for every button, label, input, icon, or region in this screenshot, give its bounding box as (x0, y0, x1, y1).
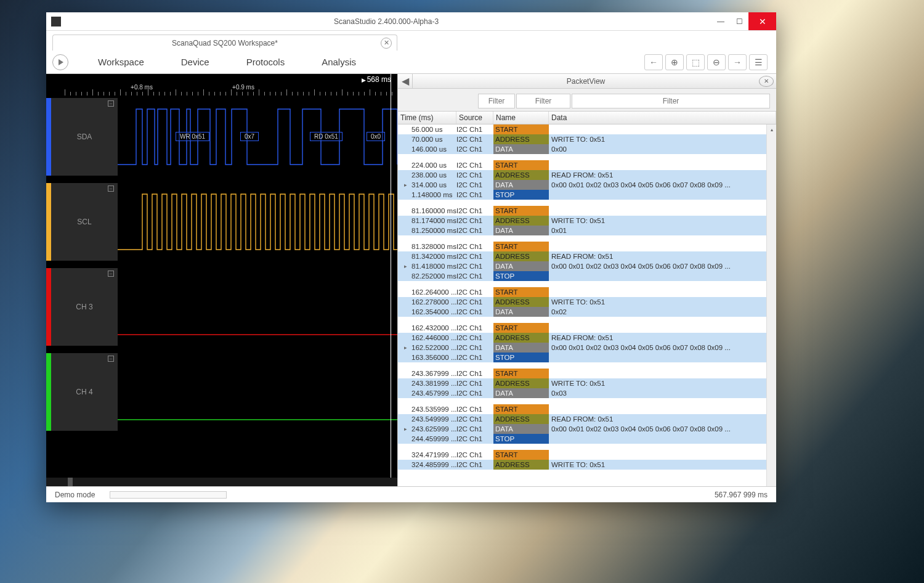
settings-button[interactable]: ☰ (749, 54, 768, 70)
col-source[interactable]: Source (456, 112, 493, 124)
channel-scl[interactable]: SCL– (46, 183, 397, 261)
packet-row[interactable]: 82.252000 msI2C Ch1STOP (398, 271, 776, 281)
cell-source: I2C Ch1 (456, 271, 493, 281)
cell-name: STOP (493, 434, 549, 444)
packet-row[interactable]: 243.381999 ...I2C Ch1ADDRESSWRITE TO: 0x… (398, 378, 776, 388)
packet-row[interactable]: 162.264000 ...I2C Ch1START (398, 287, 776, 297)
decode-annotation[interactable]: 0x7 (240, 132, 259, 141)
cell-source: I2C Ch1 (456, 160, 493, 170)
channel-ch3[interactable]: CH 3– (46, 268, 397, 346)
packet-row[interactable]: 243.457999 ...I2C Ch1DATA0x03 (398, 388, 776, 398)
channel-collapse-icon[interactable]: – (108, 100, 114, 107)
packetview-close-button[interactable]: ✕ (759, 76, 774, 87)
packet-row[interactable]: 81.328000 msI2C Ch1START (398, 242, 776, 251)
channel-label[interactable]: SCL– (51, 183, 118, 261)
run-capture-button[interactable] (52, 54, 68, 70)
time-cursor[interactable] (391, 74, 391, 478)
packet-row[interactable]: 70.000 usI2C Ch1ADDRESSWRITE TO: 0x51 (398, 134, 776, 144)
nav-back-button[interactable]: ← (644, 54, 663, 70)
packet-row[interactable]: 243.549999 ...I2C Ch1ADDRESSREAD FROM: 0… (398, 414, 776, 424)
channel-collapse-icon[interactable]: – (108, 271, 114, 277)
titlebar[interactable]: ScanaStudio 2.400.000-Alpha-3 — ☐ ✕ (46, 12, 776, 31)
cell-data (549, 190, 776, 200)
packet-row[interactable]: 324.471999 ...I2C Ch1START (398, 450, 776, 460)
cell-name: ADDRESS (493, 378, 549, 388)
packet-scrollbar[interactable]: ▴ (766, 124, 776, 486)
filter-source-input[interactable] (478, 94, 515, 108)
packet-row[interactable]: 162.522000 ...I2C Ch1DATA0x00 0x01 0x02 … (398, 343, 776, 353)
cell-data (549, 450, 776, 460)
time-ruler[interactable]: 568 ms +0.8 ms+0.9 ms (46, 74, 397, 96)
cell-name: DATA (493, 226, 549, 235)
waveform-panel[interactable]: 568 ms +0.8 ms+0.9 ms SDA–WR 0x510x7RD 0… (46, 74, 397, 486)
maximize-button[interactable]: ☐ (730, 12, 748, 30)
packet-row[interactable]: 243.625999 ...I2C Ch1DATA0x00 0x01 0x02 … (398, 424, 776, 434)
packet-row[interactable]: 81.174000 msI2C Ch1ADDRESSWRITE TO: 0x51 (398, 216, 776, 226)
packet-row[interactable]: 1.148000 msI2C Ch1STOP (398, 190, 776, 200)
packet-grid-body[interactable]: ▴ 56.000 usI2C Ch1START70.000 usI2C Ch1A… (398, 124, 776, 486)
channel-waveform[interactable] (118, 353, 397, 431)
col-time[interactable]: Time (ms) (398, 112, 456, 124)
packet-row[interactable]: 81.418000 msI2C Ch1DATA0x00 0x01 0x02 0x… (398, 261, 776, 271)
nav-forward-button[interactable]: → (728, 54, 747, 70)
packet-row[interactable]: 238.000 usI2C Ch1ADDRESSREAD FROM: 0x51 (398, 170, 776, 180)
decode-annotation[interactable]: RD 0x51 (310, 132, 342, 141)
decode-annotation[interactable]: 0x0 (367, 132, 385, 141)
cell-time: 81.418000 ms (398, 261, 456, 271)
menu-analysis[interactable]: Analysis (303, 57, 375, 67)
cell-name: START (493, 160, 549, 170)
cell-data: 0x00 0x01 0x02 0x03 0x04 0x05 0x06 0x07 … (549, 180, 776, 190)
channel-label[interactable]: CH 3– (51, 268, 118, 346)
packet-row[interactable]: 224.000 usI2C Ch1START (398, 160, 776, 170)
filter-name-input[interactable] (516, 94, 570, 108)
filter-data-input[interactable] (572, 94, 770, 108)
channel-waveform[interactable] (118, 183, 397, 261)
channel-sda[interactable]: SDA–WR 0x510x7RD 0x510x0 (46, 98, 397, 176)
cell-source: I2C Ch1 (456, 307, 493, 317)
packet-row[interactable]: 162.432000 ...I2C Ch1START (398, 323, 776, 333)
cell-time: 243.367999 ... (398, 369, 456, 378)
packet-row[interactable]: 324.485999 ...I2C Ch1ADDRESSWRITE TO: 0x… (398, 460, 776, 470)
channel-label[interactable]: SDA– (51, 98, 118, 176)
channel-collapse-icon[interactable]: – (108, 356, 114, 362)
decode-annotation[interactable]: WR 0x51 (176, 132, 209, 141)
zoom-out-button[interactable]: ⊖ (707, 54, 726, 70)
channel-ch4[interactable]: CH 4– (46, 353, 397, 431)
packet-row[interactable]: 81.342000 msI2C Ch1ADDRESSREAD FROM: 0x5… (398, 251, 776, 261)
close-button[interactable]: ✕ (748, 12, 776, 30)
menu-protocols[interactable]: Protocols (228, 57, 304, 67)
packet-row[interactable]: 163.356000 ...I2C Ch1STOP (398, 353, 776, 362)
packet-row[interactable]: 56.000 usI2C Ch1START (398, 124, 776, 134)
waveform-scrollbar[interactable] (46, 478, 397, 486)
packet-row[interactable]: 162.446000 ...I2C Ch1ADDRESSREAD FROM: 0… (398, 333, 776, 343)
scroll-up-icon[interactable]: ▴ (767, 124, 776, 134)
packet-row[interactable]: 162.278000 ...I2C Ch1ADDRESSWRITE TO: 0x… (398, 297, 776, 307)
col-name[interactable]: Name (493, 112, 549, 124)
packet-row[interactable]: 81.160000 msI2C Ch1START (398, 206, 776, 216)
packet-row[interactable]: 243.367999 ...I2C Ch1START (398, 369, 776, 378)
channel-label[interactable]: CH 4– (51, 353, 118, 431)
channel-waveform[interactable]: WR 0x510x7RD 0x510x0 (118, 98, 397, 176)
packet-row[interactable]: 244.459999 ...I2C Ch1STOP (398, 434, 776, 444)
packet-row[interactable]: 146.000 usI2C Ch1DATA0x00 (398, 144, 776, 154)
channel-collapse-icon[interactable]: – (108, 186, 114, 192)
zoom-in-button[interactable]: ⊕ (665, 54, 684, 70)
waveform-scroll-thumb[interactable] (68, 478, 73, 486)
menu-workspace[interactable]: Workspace (79, 57, 163, 67)
packetview-back-button[interactable]: ◀ (398, 74, 413, 88)
tab-close-icon[interactable]: ✕ (381, 38, 392, 49)
minimize-button[interactable]: — (711, 12, 730, 30)
workspace-tab[interactable]: ScanaQuad SQ200 Workspace* ✕ (52, 35, 397, 51)
cell-time: 238.000 us (398, 170, 456, 180)
fit-screen-button[interactable]: ⬚ (686, 54, 705, 70)
channel-color-stripe (46, 353, 51, 431)
packet-row[interactable]: 314.000 usI2C Ch1DATA0x00 0x01 0x02 0x03… (398, 180, 776, 190)
packet-row[interactable]: 243.535999 ...I2C Ch1START (398, 404, 776, 414)
channel-color-stripe (46, 98, 51, 176)
col-data[interactable]: Data (549, 112, 776, 124)
channel-waveform[interactable] (118, 268, 397, 346)
menu-device[interactable]: Device (163, 57, 228, 67)
packet-row[interactable]: 81.250000 msI2C Ch1DATA0x01 (398, 226, 776, 235)
packet-row[interactable]: 162.354000 ...I2C Ch1DATA0x02 (398, 307, 776, 317)
cell-data (549, 242, 776, 251)
